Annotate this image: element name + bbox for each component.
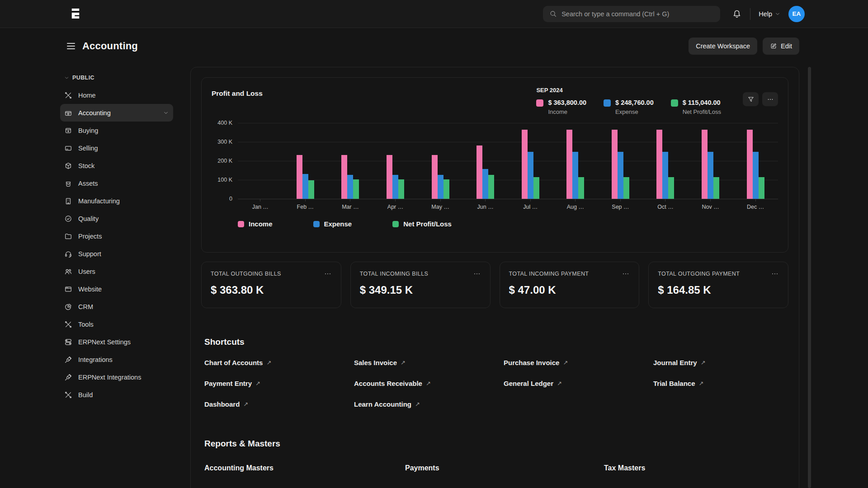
shortcut-chart-of-accounts[interactable]: Chart of Accounts↗ xyxy=(204,359,354,366)
page-scrollbar[interactable] xyxy=(808,67,811,488)
number-card-label: TOTAL OUTGOING PAYMENT xyxy=(658,271,740,277)
shortcut-learn-accounting[interactable]: Learn Accounting↗ xyxy=(354,400,504,408)
shortcut-dashboard[interactable]: Dashboard↗ xyxy=(204,400,354,408)
users-icon xyxy=(64,267,72,276)
sidebar-item-accounting[interactable]: Accounting xyxy=(60,104,173,122)
bar-income xyxy=(522,130,528,199)
shortcut-payment-entry[interactable]: Payment Entry↗ xyxy=(204,380,354,387)
chart-period-label: SEP 2024 xyxy=(536,87,721,94)
sidebar-item-stock[interactable]: Stock xyxy=(60,157,173,174)
chart-legend: IncomeExpenseNet Profit/Loss xyxy=(238,220,778,228)
stock-icon xyxy=(64,162,72,170)
shortcut-general-ledger[interactable]: General Ledger↗ xyxy=(504,380,653,387)
bar-chart: 400 K300 K200 K100 K0 Jan …Feb …Mar …Apr… xyxy=(212,123,778,228)
shortcut-purchase-invoice[interactable]: Purchase Invoice↗ xyxy=(504,359,653,366)
bar-net-profit-loss xyxy=(308,180,314,199)
chevron-down-icon xyxy=(64,75,69,80)
bar-expense xyxy=(662,152,668,199)
sidebar-item-list: HomeAccountingBuyingSellingStockAssetsMa… xyxy=(60,86,173,404)
sidebar-item-label: Home xyxy=(78,92,96,99)
report-column-payments: Payments xyxy=(405,464,604,472)
bar-net-profit-loss xyxy=(759,177,764,199)
manufacturing-icon xyxy=(64,197,72,205)
accounting-icon xyxy=(64,109,72,117)
sidebar-item-home[interactable]: Home xyxy=(60,86,173,104)
sidebar-item-crm[interactable]: CRM xyxy=(60,298,173,315)
card-menu-button[interactable] xyxy=(473,270,481,278)
summary-label: Income xyxy=(548,108,586,115)
x-axis-label: Dec … xyxy=(733,204,778,210)
legend-item-income[interactable]: Income xyxy=(238,220,273,228)
external-arrow-icon: ↗ xyxy=(426,380,431,387)
create-workspace-button[interactable]: Create Workspace xyxy=(689,38,757,55)
legend-swatch xyxy=(536,99,543,107)
sidebar-item-quality[interactable]: Quality xyxy=(60,210,173,227)
sidebar-toggle-icon[interactable] xyxy=(67,43,75,49)
search-icon xyxy=(549,10,557,18)
edit-button[interactable]: Edit xyxy=(763,38,799,55)
sidebar-item-support[interactable]: Support xyxy=(60,245,173,263)
search-input[interactable]: Search or type a command (Ctrl + G) xyxy=(543,6,720,22)
sidebar-item-label: Quality xyxy=(78,215,99,222)
tools-icon xyxy=(64,91,72,99)
user-avatar[interactable]: EA xyxy=(788,6,805,22)
sidebar-item-website[interactable]: Website xyxy=(60,280,173,298)
external-arrow-icon: ↗ xyxy=(557,380,562,387)
sidebar-item-users[interactable]: Users xyxy=(60,263,173,280)
legend-item-expense[interactable]: Expense xyxy=(313,220,352,228)
external-arrow-icon: ↗ xyxy=(401,359,406,366)
sidebar-item-selling[interactable]: Selling xyxy=(60,139,173,157)
bar-income xyxy=(612,130,618,199)
y-axis-label: 200 K xyxy=(212,158,232,164)
summary-value: $ 363,800.00 xyxy=(548,99,586,106)
projects-icon xyxy=(64,232,72,240)
sidebar-item-integrations[interactable]: Integrations xyxy=(60,351,173,368)
x-axis-label: Jul … xyxy=(508,204,553,210)
shortcut-sales-invoice[interactable]: Sales Invoice↗ xyxy=(354,359,504,366)
support-icon xyxy=(64,250,72,258)
number-card-total-incoming-payment: TOTAL INCOMING PAYMENT$ 47.00 K xyxy=(500,262,640,308)
bar-group-feb xyxy=(283,123,328,199)
chart-menu-button[interactable] xyxy=(762,92,778,106)
sidebar-item-erpnext-integrations[interactable]: ERPNext Integrations xyxy=(60,368,173,386)
card-menu-button[interactable] xyxy=(324,270,332,278)
summary-value: $ 115,040.00 xyxy=(683,99,721,106)
legend-swatch xyxy=(392,221,399,227)
shortcut-journal-entry[interactable]: Journal Entry↗ xyxy=(653,359,803,366)
gridline xyxy=(238,199,778,199)
bar-expense xyxy=(708,152,713,199)
shortcut-accounts-receivable[interactable]: Accounts Receivable↗ xyxy=(354,380,504,387)
notifications-bell-icon[interactable] xyxy=(732,9,742,19)
sidebar-item-buying[interactable]: Buying xyxy=(60,122,173,139)
sidebar-item-assets[interactable]: Assets xyxy=(60,174,173,192)
help-menu[interactable]: Help xyxy=(759,10,780,18)
sidebar-item-label: Buying xyxy=(78,127,98,134)
edit-pencil-icon xyxy=(770,42,777,50)
sidebar-item-projects[interactable]: Projects xyxy=(60,227,173,245)
number-card-total-outgoing-bills: TOTAL OUTGOING BILLS$ 363.80 K xyxy=(201,262,341,308)
card-menu-button[interactable] xyxy=(771,270,779,278)
summary-label: Expense xyxy=(615,108,654,115)
shortcut-trial-balance[interactable]: Trial Balance↗ xyxy=(653,380,803,387)
tools-icon xyxy=(64,320,72,328)
bar-expense xyxy=(753,152,759,199)
sidebar-item-tools[interactable]: Tools xyxy=(60,315,173,333)
sidebar-item-label: Tools xyxy=(78,321,94,328)
assets-icon xyxy=(64,179,72,188)
bar-group-jun xyxy=(463,123,508,199)
page-title: Accounting xyxy=(82,40,138,52)
sidebar-item-build[interactable]: Build xyxy=(60,386,173,404)
bar-group-aug xyxy=(553,123,598,199)
chart-filter-button[interactable] xyxy=(743,92,759,106)
navbar-divider xyxy=(750,8,750,20)
bar-group-jul xyxy=(508,123,553,199)
sidebar-item-manufacturing[interactable]: Manufacturing xyxy=(60,192,173,210)
sidebar-item-label: Projects xyxy=(78,233,102,240)
sidebar-item-erpnext-settings[interactable]: ERPNext Settings xyxy=(60,333,173,351)
sidebar-section-public[interactable]: PUBLIC xyxy=(60,72,173,83)
page-header: Accounting Create Workspace Edit xyxy=(67,37,799,55)
legend-item-net-profit-loss[interactable]: Net Profit/Loss xyxy=(392,220,452,228)
card-menu-button[interactable] xyxy=(622,270,630,278)
erpnext-logo[interactable] xyxy=(69,7,82,21)
bar-expense xyxy=(347,175,353,199)
